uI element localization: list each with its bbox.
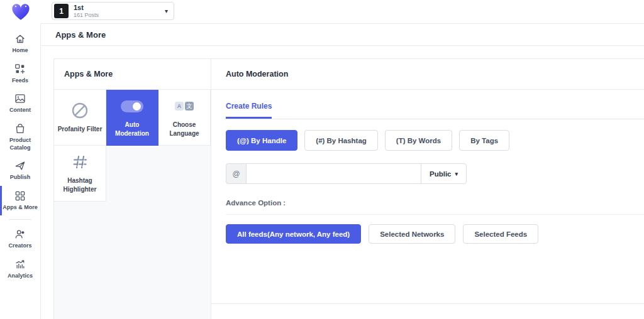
feed-selector-dropdown[interactable]: 1 1st 161 Posts ▾ <box>52 2 174 20</box>
selected-feeds-button[interactable]: Selected Feeds <box>463 224 538 244</box>
app-logo[interactable] <box>0 0 41 24</box>
paper-plane-icon <box>14 160 26 171</box>
at-sign-addon: @ <box>226 163 247 184</box>
selected-networks-button[interactable]: Selected Networks <box>369 224 455 244</box>
auto-moderation-toggle-icon <box>121 97 143 115</box>
all-feeds-button[interactable]: All feeds(Any network, Any feed) <box>226 224 361 244</box>
page-title: Apps & More <box>55 30 106 40</box>
feeds-icon <box>14 63 26 75</box>
sidebar-item-label: Feeds <box>3 77 38 85</box>
by-words-button[interactable]: (T) By Words <box>385 130 452 151</box>
language-b-glyph: 文 <box>185 102 194 111</box>
sidebar-item-label: Apps & More <box>3 204 38 212</box>
sidebar-item-publish[interactable]: Publish <box>0 156 40 185</box>
sidebar-item-label: Product Catalog <box>3 137 38 151</box>
visibility-dropdown[interactable]: Public ▾ <box>421 163 467 184</box>
feed-scope-row: All feeds(Any network, Any feed) Selecte… <box>226 224 644 244</box>
feed-count-badge: 1 <box>54 4 69 18</box>
rule-type-row: (@) By Handle (#) By Hashtag (T) By Word… <box>226 130 644 151</box>
by-handle-button[interactable]: (@) By Handle <box>226 130 297 151</box>
moderation-tabs: Create Rules <box>226 90 644 119</box>
tile-choose-language[interactable]: A 文 Choose Language <box>158 90 211 146</box>
creators-icon <box>14 229 26 240</box>
sidebar-item-home[interactable]: Home <box>0 29 40 58</box>
tile-grid-empty-cell <box>106 146 158 202</box>
sidebar-item-analytics[interactable]: Analytics <box>0 254 40 284</box>
visibility-label: Public <box>430 170 452 178</box>
sidebar-item-product-catalog[interactable]: Product Catalog <box>0 119 40 155</box>
moderation-panel-title: Auto Moderation <box>226 70 288 78</box>
auto-moderation-panel: Auto Moderation Create Rules (@) By Hand… <box>211 59 644 304</box>
tile-auto-moderation[interactable]: Auto Moderation <box>106 90 158 146</box>
chevron-down-icon: ▾ <box>455 171 458 177</box>
app-window: 1 1st 161 Posts ▾ Home Feeds Content <box>0 0 644 319</box>
tile-label: Hashtag Highlighter <box>57 176 103 193</box>
sidebar-item-feeds[interactable]: Feeds <box>0 59 40 89</box>
apps-grid-icon <box>14 190 26 202</box>
handle-input[interactable] <box>247 163 421 184</box>
language-a-glyph: A <box>175 102 184 111</box>
sidebar-item-creators[interactable]: Creators <box>0 224 40 254</box>
sidebar-item-label: Creators <box>3 242 38 250</box>
tile-profanity-filter[interactable]: Profanity Filter <box>54 90 106 146</box>
home-icon <box>14 33 26 45</box>
sidebar-item-label: Content <box>3 107 38 114</box>
profanity-filter-icon <box>71 102 89 119</box>
tile-hashtag-highlighter[interactable]: Hashtag Highlighter <box>54 146 106 202</box>
sidebar-divider <box>9 219 31 220</box>
apps-tile-grid: Profanity Filter Auto Moderation A 文 Cho… <box>54 90 211 202</box>
moderation-column: Auto Moderation Create Rules (@) By Hand… <box>211 59 644 319</box>
advance-option-label: Advance Option : <box>226 199 644 207</box>
sidebar-item-apps-more[interactable]: Apps & More <box>0 186 40 215</box>
feed-selector-texts: 1st 161 Posts <box>74 4 99 18</box>
moderation-panel-body: Create Rules (@) By Handle (#) By Hashta… <box>211 90 644 244</box>
tile-grid-empty-cell <box>158 146 211 202</box>
feed-posts-count: 161 Posts <box>74 12 99 18</box>
heart-logo-icon <box>10 2 31 22</box>
choose-language-icon: A 文 <box>175 97 194 115</box>
sidebar-item-content[interactable]: Content <box>0 89 40 118</box>
tile-label: Choose Language <box>161 121 208 138</box>
moderation-panel-header: Auto Moderation <box>211 59 644 90</box>
analytics-icon <box>14 259 26 270</box>
shopping-bag-icon <box>14 123 26 134</box>
apps-panel-header: Apps & More <box>54 59 211 90</box>
by-tags-button[interactable]: By Tags <box>459 130 509 151</box>
content-icon <box>14 93 26 104</box>
sidebar-item-label: Home <box>3 47 38 55</box>
chevron-down-icon: ▾ <box>165 8 168 14</box>
tab-create-rules[interactable]: Create Rules <box>226 102 272 119</box>
handle-input-group: @ Public ▾ <box>226 163 644 184</box>
page-header: Apps & More <box>41 24 644 46</box>
tile-label: Profanity Filter <box>58 125 103 134</box>
tile-label: Auto Moderation <box>109 121 155 138</box>
sidebar-item-label: Publish <box>3 174 38 181</box>
apps-panel-title: Apps & More <box>64 70 113 78</box>
sidebar: Home Feeds Content Product Catalog Publi… <box>0 24 41 319</box>
sidebar-item-label: Analytics <box>3 273 38 280</box>
advance-option-divider <box>226 214 644 215</box>
top-bar: 1 1st 161 Posts ▾ <box>41 0 644 24</box>
apps-more-panel: Apps & More Profanity Filter Auto Modera… <box>54 59 211 319</box>
by-hashtag-button[interactable]: (#) By Hashtag <box>304 130 378 151</box>
hashtag-icon <box>72 153 88 171</box>
content-card: Apps & More Profanity Filter Auto Modera… <box>53 58 644 319</box>
feed-name: 1st <box>74 4 99 12</box>
